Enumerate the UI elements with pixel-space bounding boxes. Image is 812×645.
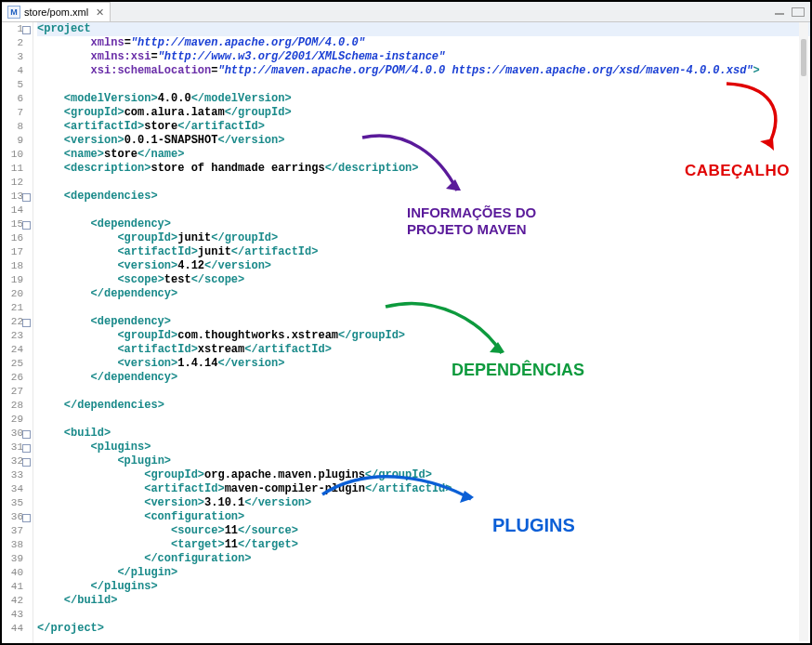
line-number: 10	[2, 148, 31, 162]
line-number: 42	[2, 594, 31, 608]
code-line[interactable]: </dependency>	[37, 287, 810, 301]
code-line[interactable]: <groupId>org.apache.maven.plugins</group…	[37, 468, 810, 482]
line-number: 37	[2, 524, 31, 538]
code-line[interactable]: <version>1.4.14</version>	[37, 357, 810, 371]
code-line[interactable]	[37, 413, 810, 427]
code-line[interactable]: <project	[37, 22, 810, 36]
line-number: 43	[2, 608, 31, 622]
line-number: 16	[2, 231, 31, 245]
code-line[interactable]: <build>	[37, 427, 810, 441]
code-line[interactable]: <groupId>com.alura.latam</groupId>	[37, 106, 810, 120]
line-number: 26	[2, 371, 31, 385]
line-number: 34	[2, 482, 31, 496]
code-line[interactable]: <version>4.12</version>	[37, 259, 810, 273]
code-line[interactable]: <source>11</source>	[37, 524, 810, 538]
line-number: 44	[2, 622, 31, 636]
line-number: 9	[2, 134, 31, 148]
file-icon: M	[7, 6, 20, 19]
code-line[interactable]	[37, 608, 810, 622]
line-number: 11	[2, 162, 31, 176]
line-number: 1	[2, 22, 31, 36]
scroll-thumb[interactable]	[801, 39, 806, 76]
line-number: 18	[2, 259, 31, 273]
line-number: 12	[2, 176, 31, 190]
code-line[interactable]: </dependency>	[37, 371, 810, 385]
line-number: 5	[2, 78, 31, 92]
line-number: 6	[2, 92, 31, 106]
code-line[interactable]: <name>store</name>	[37, 148, 810, 162]
code-line[interactable]: xsi:schemaLocation="http://maven.apache.…	[37, 64, 810, 78]
code-line[interactable]: <plugins>	[37, 441, 810, 454]
code-line[interactable]: <target>11</target>	[37, 538, 810, 552]
line-number: 23	[2, 329, 31, 343]
code-line[interactable]: <plugin>	[37, 454, 810, 468]
code-line[interactable]: <dependency>	[37, 315, 810, 329]
line-number: 29	[2, 413, 31, 427]
line-number: 25	[2, 357, 31, 371]
line-number: 28	[2, 399, 31, 413]
code-line[interactable]: <version>3.10.1</version>	[37, 496, 810, 510]
minimize-icon[interactable]	[775, 9, 784, 15]
code-line[interactable]	[37, 176, 810, 190]
line-number: 27	[2, 385, 31, 399]
line-number: 15	[2, 217, 31, 231]
code-line[interactable]: <groupId>com.thoughtworks.xstream</group…	[37, 329, 810, 343]
line-number: 13	[2, 190, 31, 204]
line-number: 24	[2, 343, 31, 357]
code-line[interactable]: <dependency>	[37, 217, 810, 231]
code-line[interactable]: xmlns="http://maven.apache.org/POM/4.0.0…	[37, 36, 810, 50]
code-line[interactable]: <groupId>junit</groupId>	[37, 231, 810, 245]
line-number: 17	[2, 245, 31, 259]
code-line[interactable]: </configuration>	[37, 552, 810, 566]
line-number: 41	[2, 580, 31, 594]
line-number: 31	[2, 441, 31, 454]
code-line[interactable]: xmlns:xsi="http://www.w3.org/2001/XMLSch…	[37, 50, 810, 64]
line-number: 22	[2, 315, 31, 329]
code-content[interactable]: <project xmlns="http://maven.apache.org/…	[33, 22, 810, 643]
line-number: 4	[2, 64, 31, 78]
code-line[interactable]: </project>	[37, 622, 810, 636]
code-line[interactable]: </dependencies>	[37, 399, 810, 413]
code-line[interactable]: </build>	[37, 594, 810, 608]
line-number: 8	[2, 120, 31, 134]
line-number: 39	[2, 552, 31, 566]
code-line[interactable]: </plugin>	[37, 566, 810, 580]
line-number: 36	[2, 510, 31, 524]
line-number: 40	[2, 566, 31, 580]
line-number: 21	[2, 301, 31, 315]
vertical-scrollbar[interactable]	[799, 22, 808, 641]
code-line[interactable]: <artifactId>xstream</artifactId>	[37, 343, 810, 357]
code-line[interactable]: <configuration>	[37, 510, 810, 524]
code-line[interactable]: <artifactId>junit</artifactId>	[37, 245, 810, 259]
code-line[interactable]	[37, 301, 810, 315]
code-line[interactable]	[37, 204, 810, 217]
code-line[interactable]: <scope>test</scope>	[37, 273, 810, 287]
line-number: 20	[2, 287, 31, 301]
line-number: 38	[2, 538, 31, 552]
code-line[interactable]: <dependencies>	[37, 190, 810, 204]
maximize-icon[interactable]	[792, 7, 805, 17]
code-line[interactable]	[37, 78, 810, 92]
line-number: 35	[2, 496, 31, 510]
code-line[interactable]: </plugins>	[37, 580, 810, 594]
close-icon[interactable]: ✕	[96, 7, 104, 19]
tab-title: store/pom.xml	[24, 7, 88, 18]
tab-bar-right	[769, 2, 810, 21]
line-number: 14	[2, 204, 31, 217]
code-line[interactable]: <description>store of handmade earrings<…	[37, 162, 810, 176]
line-number: 2	[2, 36, 31, 50]
line-number-gutter: 1234567891011121314151617181920212223242…	[2, 22, 33, 643]
code-line[interactable]: <artifactId>store</artifactId>	[37, 120, 810, 134]
line-number: 7	[2, 106, 31, 120]
line-number: 3	[2, 50, 31, 64]
code-line[interactable]: <modelVersion>4.0.0</modelVersion>	[37, 92, 810, 106]
tab-bar: M store/pom.xml ✕	[2, 2, 810, 22]
line-number: 30	[2, 427, 31, 441]
code-line[interactable]: <version>0.0.1-SNAPSHOT</version>	[37, 134, 810, 148]
editor-tab[interactable]: M store/pom.xml ✕	[2, 2, 111, 21]
line-number: 32	[2, 454, 31, 468]
code-line[interactable]	[37, 385, 810, 399]
editor-area: 1234567891011121314151617181920212223242…	[2, 22, 810, 643]
code-line[interactable]: <artifactId>maven-compiler-plugin</artif…	[37, 482, 810, 496]
line-number: 33	[2, 468, 31, 482]
